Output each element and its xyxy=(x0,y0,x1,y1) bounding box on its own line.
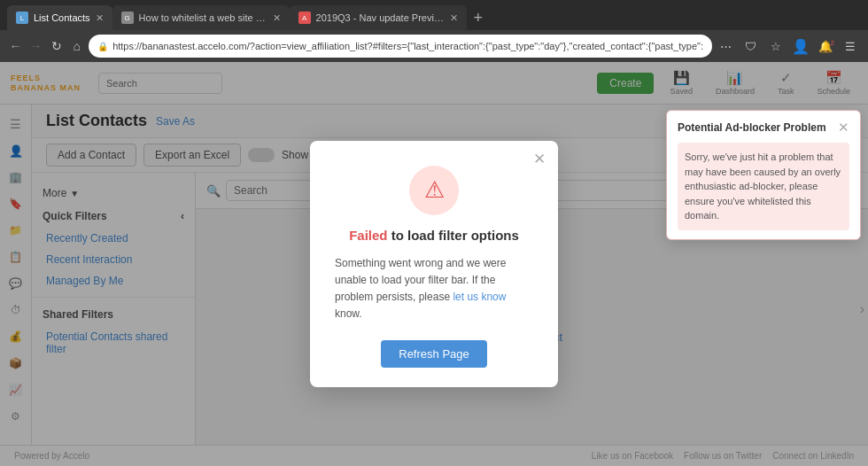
adblocker-message: Sorry, we've just hit a problem that may… xyxy=(685,151,841,221)
tab-favicon-3: A xyxy=(298,12,311,24)
tab-bar: L List Contacts ✕ G How to whitelist a w… xyxy=(0,0,868,30)
modal-body: Something went wrong and we were unable … xyxy=(335,255,533,323)
menu-icon[interactable]: ☰ xyxy=(840,35,861,57)
modal-title-failed: Failed xyxy=(349,228,387,243)
modal-close-button[interactable]: ✕ xyxy=(533,150,546,168)
browser-chrome: L List Contacts ✕ G How to whitelist a w… xyxy=(0,0,868,62)
tab-favicon-1: L xyxy=(16,12,28,24)
adblocker-body: Sorry, we've just hit a problem that may… xyxy=(678,143,849,230)
extensions-icon[interactable]: ⋯ xyxy=(716,35,737,57)
bookmark-icon[interactable]: ☆ xyxy=(765,35,787,57)
secure-icon: 🔒 xyxy=(97,42,108,51)
warning-icon: ⚠ xyxy=(424,176,445,204)
modal-footer: Refresh Page xyxy=(335,340,533,368)
nav-bar: ← → ↻ ⌂ 🔒 https://bananastest.accelo.com… xyxy=(0,30,868,62)
modal-icon-circle: ⚠ xyxy=(409,166,459,215)
modal-title: Failed to load filter options xyxy=(335,228,533,243)
tab-close-2[interactable]: ✕ xyxy=(273,12,281,24)
let-us-know-link[interactable]: let us know xyxy=(453,291,506,303)
tab-1[interactable]: L List Contacts ✕ xyxy=(7,5,112,30)
shield-icon[interactable]: 🛡 xyxy=(740,35,762,57)
adblocker-header: Potential Ad-blocker Problem ✕ xyxy=(678,120,849,136)
back-button[interactable]: ← xyxy=(7,35,24,57)
adblocker-popup: Potential Ad-blocker Problem ✕ Sorry, we… xyxy=(666,110,861,240)
address-bar[interactable]: 🔒 https://bananastest.accelo.com/?action… xyxy=(89,35,712,58)
tab-favicon-2: G xyxy=(121,12,134,24)
address-text: https://bananastest.accelo.com/?action=v… xyxy=(112,41,703,51)
modal-title-rest: to load filter options xyxy=(388,228,519,243)
tab-2[interactable]: G How to whitelist a web site - g... ✕ xyxy=(112,5,290,30)
notification-icon[interactable]: 🔔2 xyxy=(815,35,836,57)
modal: ✕ ⚠ Failed to load filter options Someth… xyxy=(310,141,558,388)
tab-close-3[interactable]: ✕ xyxy=(450,12,458,24)
tab-label-3: 2019Q3 - Nav update Preview... xyxy=(316,12,445,23)
tab-close-1[interactable]: ✕ xyxy=(96,12,104,24)
adblocker-close-button[interactable]: ✕ xyxy=(838,120,849,136)
modal-icon-wrapper: ⚠ xyxy=(335,166,533,215)
home-button[interactable]: ⌂ xyxy=(68,35,85,57)
tab-3[interactable]: A 2019Q3 - Nav update Preview... ✕ xyxy=(290,5,467,30)
reload-button[interactable]: ↻ xyxy=(48,35,65,57)
new-tab-button[interactable]: + xyxy=(467,5,491,30)
forward-button[interactable]: → xyxy=(27,35,44,57)
adblocker-title: Potential Ad-blocker Problem xyxy=(678,121,826,134)
tab-label-1: List Contacts xyxy=(34,12,90,23)
profile-icon[interactable]: 👤 xyxy=(790,35,811,57)
nav-icons: ⋯ 🛡 ☆ 👤 🔔2 ☰ xyxy=(716,35,861,57)
refresh-page-button[interactable]: Refresh Page xyxy=(381,340,487,368)
app-wrapper: FEELS BANANAS MAN Create 💾 Saved 📊 Dashb… xyxy=(0,62,868,466)
tab-label-2: How to whitelist a web site - g... xyxy=(139,12,267,23)
